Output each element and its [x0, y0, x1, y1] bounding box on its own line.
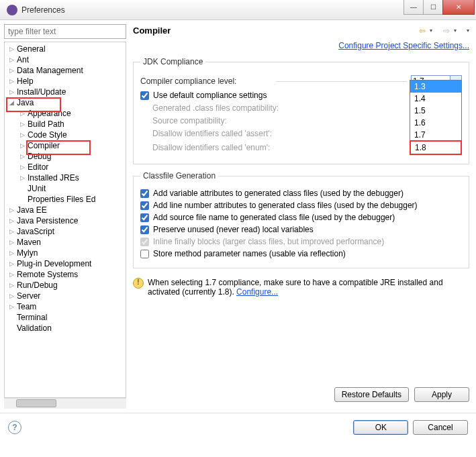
tree-item[interactable]: JUnit: [5, 183, 126, 194]
dropdown-option[interactable]: 1.6: [410, 117, 461, 129]
twisty-icon[interactable]: ▷: [7, 228, 15, 235]
tree-item[interactable]: ▷Remote Systems: [5, 269, 126, 280]
compliance-level-dropdown[interactable]: 1.31.41.51.61.71.8: [410, 80, 462, 155]
twisty-icon[interactable]: ▷: [7, 78, 15, 85]
tree-item[interactable]: ▷Run/Debug: [5, 280, 126, 291]
tree-item[interactable]: ▷Server: [5, 291, 126, 301]
tree-item[interactable]: ▷Appearance: [5, 108, 126, 119]
tree-item[interactable]: ▷Code Style: [5, 130, 126, 140]
twisty-icon[interactable]: ▷: [7, 207, 15, 213]
twisty-icon[interactable]: ▷: [7, 89, 15, 95]
preferences-tree[interactable]: ▷General▷Ant▷Data Management▷Help▷Instal…: [4, 42, 126, 398]
tree-item[interactable]: ▷JavaScript: [5, 226, 126, 237]
add-line-label: Add line number attributes to generated …: [153, 201, 418, 210]
configure-link[interactable]: Configure...: [236, 287, 278, 297]
add-src-checkbox[interactable]: [140, 213, 149, 222]
store-param-checkbox[interactable]: [140, 250, 149, 258]
tree-item-label: Validation: [15, 323, 52, 333]
twisty-icon[interactable]: ▷: [18, 121, 26, 128]
disallow-enum-label: Disallow identifiers called 'enum':: [140, 143, 411, 152]
page-title: Compiler: [133, 26, 419, 36]
tree-item[interactable]: ▷Mylyn: [5, 248, 126, 258]
maximize-button[interactable]: ☐: [423, 0, 443, 15]
tree-item[interactable]: Validation: [5, 323, 126, 334]
twisty-icon[interactable]: ▷: [18, 110, 26, 117]
tree-item[interactable]: ▷Editor: [5, 162, 126, 172]
twisty-icon[interactable]: ▷: [7, 271, 15, 278]
tree-item[interactable]: ▷Java Persistence: [5, 215, 126, 226]
twisty-icon[interactable]: ▷: [18, 132, 26, 138]
tree-item-label: Installed JREs: [26, 173, 79, 183]
dropdown-option[interactable]: 1.4: [410, 93, 461, 105]
tree-item[interactable]: ▷Compiler: [5, 140, 126, 151]
warning-text: When selecting 1.7 compliance, make sure…: [148, 278, 443, 297]
tree-item[interactable]: ▷Java EE: [5, 205, 126, 215]
apply-button[interactable]: Apply: [414, 387, 469, 402]
tree-item-label: Code Style: [26, 130, 67, 140]
page-menu-icon[interactable]: ▾: [467, 28, 469, 34]
tree-item[interactable]: ▷Build Path: [5, 119, 126, 130]
tree-item[interactable]: ▷General: [5, 44, 126, 54]
tree-item[interactable]: ▷Data Management: [5, 65, 126, 76]
dropdown-option[interactable]: 1.8: [410, 140, 462, 155]
minimize-button[interactable]: —: [403, 0, 424, 15]
tree-item-label: Help: [15, 77, 34, 86]
tree-item[interactable]: ◢Java: [5, 97, 126, 108]
twisty-icon[interactable]: ▷: [7, 293, 15, 299]
twisty-icon[interactable]: ▷: [7, 303, 15, 310]
tree-item-label: Remote Systems: [15, 270, 78, 279]
cancel-button[interactable]: Cancel: [413, 420, 468, 435]
tree-item[interactable]: ▷Maven: [5, 237, 126, 248]
preserve-checkbox[interactable]: [140, 225, 149, 234]
tree-item[interactable]: Terminal: [5, 312, 126, 323]
add-var-checkbox[interactable]: [140, 189, 149, 198]
tree-item[interactable]: ▷Installed JREs: [5, 172, 126, 183]
forward-icon[interactable]: ⇨: [443, 26, 450, 36]
twisty-icon[interactable]: ▷: [18, 164, 26, 170]
twisty-icon[interactable]: ▷: [7, 282, 15, 289]
help-button[interactable]: ?: [8, 421, 21, 434]
twisty-icon[interactable]: ▷: [18, 174, 26, 181]
twisty-icon[interactable]: ▷: [7, 67, 15, 74]
twisty-icon[interactable]: ▷: [7, 56, 15, 63]
tree-item-label: Java Persistence: [15, 216, 78, 225]
filter-input[interactable]: [4, 24, 126, 39]
tree-item[interactable]: ▷Help: [5, 76, 126, 87]
add-src-label: Add source file name to generated class …: [153, 213, 395, 222]
close-button[interactable]: ✕: [442, 0, 475, 15]
dropdown-option[interactable]: 1.3: [410, 81, 461, 93]
twisty-icon[interactable]: ▷: [7, 260, 15, 267]
twisty-icon[interactable]: ◢: [7, 99, 15, 106]
twisty-icon[interactable]: ▷: [7, 46, 15, 52]
back-menu-icon[interactable]: ▾: [430, 28, 432, 34]
tree-horizontal-scrollbar[interactable]: [4, 398, 126, 409]
use-default-checkbox[interactable]: [140, 91, 149, 100]
tree-item[interactable]: ▷Install/Update: [5, 87, 126, 97]
add-line-checkbox[interactable]: [140, 201, 149, 210]
tree-item-label: Java: [15, 98, 34, 107]
tree-item[interactable]: Properties Files Ed: [5, 194, 126, 205]
back-icon[interactable]: ⇦: [419, 26, 426, 36]
titlebar: Preferences — ☐ ✕: [0, 0, 476, 20]
ok-button[interactable]: OK: [353, 420, 408, 435]
tree-item-label: Build Path: [26, 119, 64, 129]
tree-item-label: Plug-in Development: [15, 259, 91, 268]
tree-item[interactable]: ▷Team: [5, 301, 126, 312]
restore-defaults-button[interactable]: Restore Defaults: [334, 387, 409, 402]
inline-checkbox: [140, 238, 149, 246]
twisty-icon[interactable]: ▷: [18, 153, 26, 160]
twisty-icon[interactable]: ▷: [18, 142, 26, 149]
classfile-generation-group: Classfile Generation Add variable attrib…: [133, 171, 469, 268]
twisty-icon[interactable]: ▷: [7, 239, 15, 246]
twisty-icon[interactable]: ▷: [7, 217, 15, 224]
tree-item[interactable]: ▷Plug-in Development: [5, 258, 126, 269]
jdk-legend: JDK Compliance: [140, 57, 205, 66]
tree-item[interactable]: ▷Debug: [5, 151, 126, 162]
dropdown-option[interactable]: 1.5: [410, 105, 461, 117]
tree-item-label: Install/Update: [15, 87, 66, 97]
twisty-icon[interactable]: ▷: [7, 250, 15, 256]
dropdown-option[interactable]: 1.7: [410, 129, 461, 141]
configure-project-settings-link[interactable]: Configure Project Specific Settings...: [338, 41, 469, 50]
tree-item[interactable]: ▷Ant: [5, 54, 126, 65]
forward-menu-icon[interactable]: ▾: [454, 28, 457, 34]
